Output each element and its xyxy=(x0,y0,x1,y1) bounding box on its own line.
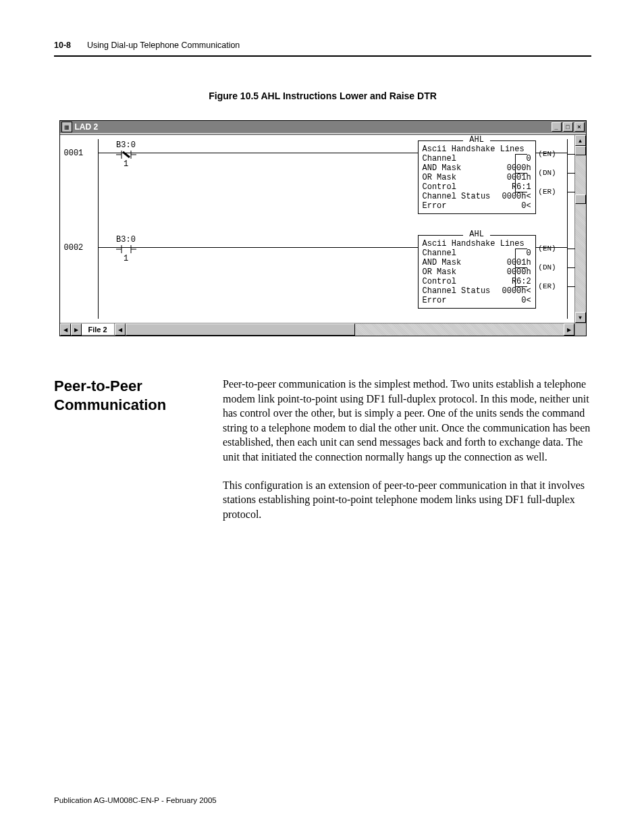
bottom-bar: ◀ ▶ File 2 ◀ ▶ xyxy=(60,323,586,336)
scroll-down-button[interactable]: ▼ xyxy=(575,312,586,323)
rung: 0002 B3:0 1 xyxy=(60,235,574,323)
output-coils: (EN) (DN) (ER) xyxy=(527,239,568,296)
publication-footer: Publication AG-UM008C-EN-P - February 20… xyxy=(54,796,217,804)
paragraph: This configuration is an extension of pe… xyxy=(223,478,591,522)
output-coils: (EN) (DN) (ER) xyxy=(527,145,568,201)
tab-prev-button[interactable]: ◀ xyxy=(60,323,71,336)
ladder-window: ▦ LAD 2 _ □ × 0001 B3:0 xyxy=(59,120,587,336)
chapter-title: Using Dial-up Telephone Communication xyxy=(87,41,240,50)
minimize-button[interactable]: _ xyxy=(552,122,562,132)
hscroll-track[interactable] xyxy=(126,323,564,336)
rung-number: 0001 xyxy=(64,149,84,158)
close-button[interactable]: × xyxy=(574,122,585,132)
paragraph: Peer-to-peer communication is the simple… xyxy=(223,377,591,465)
window-title: LAD 2 xyxy=(75,122,550,132)
page-header: 10-8 Using Dial-up Telephone Communicati… xyxy=(54,41,591,57)
section-body: Peer-to-peer communication is the simple… xyxy=(223,377,591,535)
figure-caption: Figure 10.5 AHL Instructions Lower and R… xyxy=(54,90,591,101)
scroll-track[interactable] xyxy=(575,146,586,312)
maximize-button[interactable]: □ xyxy=(563,122,573,132)
hscroll-left-button[interactable]: ◀ xyxy=(115,323,126,336)
section-title: Peer-to-Peer Communication xyxy=(54,377,196,535)
contact-xic: B3:0 1 xyxy=(113,140,140,169)
hscroll-right-button[interactable]: ▶ xyxy=(564,323,574,336)
tab-next-button[interactable]: ▶ xyxy=(71,323,82,336)
page-number: 10-8 xyxy=(54,41,71,50)
vertical-scrollbar[interactable]: ▲ ▼ xyxy=(574,135,586,323)
ladder-canvas: 0001 B3:0 1 xyxy=(60,135,574,323)
file-tab[interactable]: File 2 xyxy=(82,323,115,336)
svg-line-4 xyxy=(123,152,130,157)
app-icon: ▦ xyxy=(61,122,72,132)
rung: 0001 B3:0 1 xyxy=(60,140,574,228)
scroll-thumb[interactable] xyxy=(575,146,586,155)
rung-number: 0002 xyxy=(64,243,84,253)
scroll-up-button[interactable]: ▲ xyxy=(575,135,586,146)
ahl-instruction: AHL Ascii Handshake Lines Channel0 AND M… xyxy=(418,140,536,214)
scroll-corner xyxy=(574,323,586,336)
window-titlebar: ▦ LAD 2 _ □ × xyxy=(60,121,586,133)
contact-xio: B3:0 1 xyxy=(113,235,140,263)
scroll-marker[interactable] xyxy=(575,194,586,204)
ahl-instruction: AHL Ascii Handshake Lines Channel0 AND M… xyxy=(418,235,536,309)
hscroll-thumb[interactable] xyxy=(126,323,355,336)
